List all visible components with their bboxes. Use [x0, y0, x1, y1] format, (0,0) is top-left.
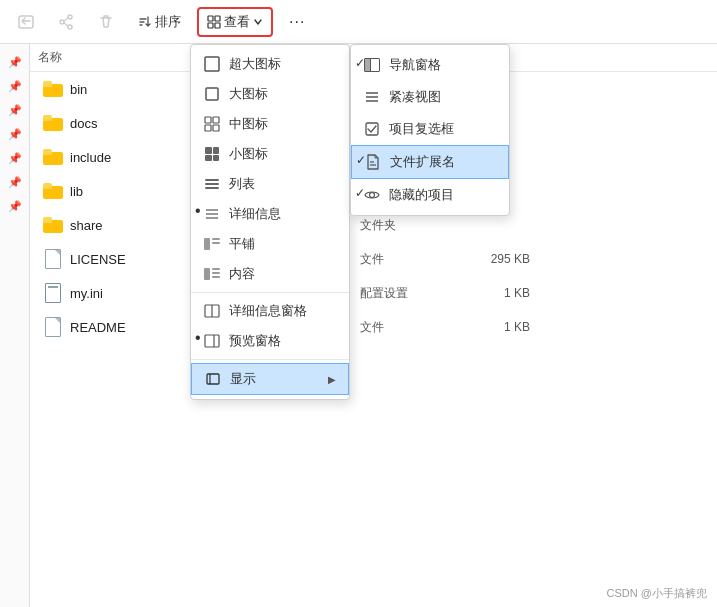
table-row[interactable]: my.ini 8/25 13:41 配置设置 1 KB — [34, 277, 713, 309]
svg-rect-5 — [215, 16, 220, 21]
svg-point-3 — [60, 20, 64, 24]
svg-rect-12 — [205, 125, 211, 131]
svg-rect-21 — [207, 374, 219, 384]
more-label: ··· — [289, 13, 305, 31]
list-icon — [203, 175, 221, 193]
submenu-item-compact[interactable]: 紧凑视图 — [351, 81, 509, 113]
file-type: 配置设置 — [360, 285, 460, 302]
file-type: 文件 — [360, 319, 460, 336]
nav-pane: 📌 📌 📌 📌 📌 📌 📌 — [0, 44, 30, 607]
checkbox-icon — [363, 120, 381, 138]
hidden-label: 隐藏的项目 — [389, 186, 454, 204]
file-ini-icon — [42, 282, 64, 304]
pin-3[interactable]: 📌 — [7, 102, 23, 118]
pin-4[interactable]: 📌 — [7, 126, 23, 142]
preview-pane-icon — [203, 332, 221, 350]
menu-item-medium[interactable]: 中图标 — [191, 109, 349, 139]
folder-icon — [42, 180, 64, 202]
submenu-item-checkbox[interactable]: 项目复选框 — [351, 113, 509, 145]
svg-point-1 — [68, 15, 72, 19]
compact-label: 紧凑视图 — [389, 88, 441, 106]
view-label: 查看 — [224, 13, 250, 31]
detail-icon — [203, 205, 221, 223]
delete-button[interactable] — [90, 6, 122, 38]
eye-icon — [363, 186, 381, 204]
menu-divider-2 — [191, 359, 349, 360]
content-label: 内容 — [229, 265, 255, 283]
svg-rect-8 — [205, 57, 219, 71]
detail-label: 详细信息 — [229, 205, 281, 223]
file-size: 295 KB — [460, 252, 540, 266]
menu-item-list[interactable]: 列表 — [191, 169, 349, 199]
folder-icon — [42, 214, 64, 236]
file-type: 文件 — [360, 251, 460, 268]
menu-item-detail[interactable]: 详细信息 — [191, 199, 349, 229]
menu-item-detail-pane[interactable]: 详细信息窗格 — [191, 296, 349, 326]
pin-2[interactable]: 📌 — [7, 78, 23, 94]
table-row[interactable]: README 1/8 14:44 文件 1 KB — [34, 311, 713, 343]
compact-icon — [363, 88, 381, 106]
svg-rect-4 — [208, 16, 213, 21]
back-button[interactable] — [10, 6, 42, 38]
pin-7[interactable]: 📌 — [7, 198, 23, 214]
table-row[interactable]: LICENSE 1/8 14:44 文件 295 KB — [34, 243, 713, 275]
toolbar: 排序 查看 ··· — [0, 0, 717, 44]
pin-1[interactable]: 📌 — [7, 54, 23, 70]
pin-6[interactable]: 📌 — [7, 174, 23, 190]
tile-icon — [203, 235, 221, 253]
preview-pane-label: 预览窗格 — [229, 332, 281, 350]
folder-icon — [42, 146, 64, 168]
svg-rect-10 — [205, 117, 211, 123]
svg-rect-6 — [208, 23, 213, 28]
file-type: 文件夹 — [360, 217, 460, 234]
folder-icon — [42, 112, 64, 134]
menu-item-large[interactable]: 大图标 — [191, 79, 349, 109]
show-arrow: ▶ — [328, 374, 336, 385]
large-label: 大图标 — [229, 85, 268, 103]
file-doc-icon — [42, 316, 64, 338]
submenu-item-file-extension[interactable]: 文件扩展名 — [351, 145, 509, 179]
extra-large-icon — [203, 55, 221, 73]
svg-point-29 — [370, 193, 375, 198]
large-icon — [203, 85, 221, 103]
small-label: 小图标 — [229, 145, 268, 163]
nav-window-label: 导航窗格 — [389, 56, 441, 74]
menu-item-tile[interactable]: 平铺 — [191, 229, 349, 259]
svg-rect-13 — [213, 125, 219, 131]
medium-icon — [203, 115, 221, 133]
file-size: 1 KB — [460, 320, 540, 334]
menu-item-extra-large[interactable]: 超大图标 — [191, 49, 349, 79]
submenu-item-hidden[interactable]: 隐藏的项目 — [351, 179, 509, 211]
menu-divider-1 — [191, 292, 349, 293]
nav-window-icon — [363, 56, 381, 74]
menu-item-content[interactable]: 内容 — [191, 259, 349, 289]
svg-rect-19 — [205, 335, 219, 347]
small-icon — [203, 145, 221, 163]
submenu-item-nav-window[interactable]: 导航窗格 — [351, 49, 509, 81]
share-button[interactable] — [50, 6, 82, 38]
list-label: 列表 — [229, 175, 255, 193]
menu-item-show[interactable]: 显示 ▶ — [191, 363, 349, 395]
svg-rect-7 — [215, 23, 220, 28]
show-icon — [204, 370, 222, 388]
svg-rect-11 — [213, 117, 219, 123]
more-button[interactable]: ··· — [281, 9, 313, 35]
folder-icon — [42, 78, 64, 100]
file-extension-label: 文件扩展名 — [390, 153, 455, 171]
checkbox-label: 项目复选框 — [389, 120, 454, 138]
menu-item-small[interactable]: 小图标 — [191, 139, 349, 169]
show-submenu: 导航窗格 紧凑视图 项目复选框 文 — [350, 44, 510, 216]
detail-pane-icon — [203, 302, 221, 320]
sort-button[interactable]: 排序 — [130, 9, 189, 35]
menu-item-preview-pane[interactable]: 预览窗格 — [191, 326, 349, 356]
file-doc-icon — [42, 248, 64, 270]
sort-label: 排序 — [155, 13, 181, 31]
view-dropdown: 超大图标 大图标 中图标 小图标 列表 — [190, 44, 350, 400]
content-icon — [203, 265, 221, 283]
view-button[interactable]: 查看 — [197, 7, 273, 37]
watermark: CSDN @小手搞裤兜 — [607, 586, 707, 601]
tile-label: 平铺 — [229, 235, 255, 253]
extra-large-label: 超大图标 — [229, 55, 281, 73]
pin-5[interactable]: 📌 — [7, 150, 23, 166]
detail-pane-label: 详细信息窗格 — [229, 302, 307, 320]
